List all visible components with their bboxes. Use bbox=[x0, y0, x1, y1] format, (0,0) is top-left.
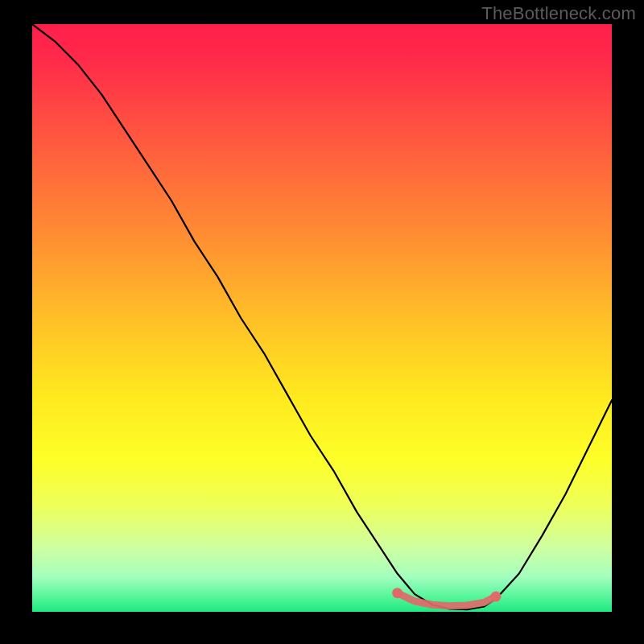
optimal-band-endpoint bbox=[491, 592, 502, 602]
gradient-background bbox=[32, 24, 612, 612]
bottleneck-chart bbox=[32, 24, 612, 612]
chart-frame: TheBottleneck.com bbox=[0, 0, 644, 644]
watermark-text: TheBottleneck.com bbox=[481, 3, 636, 24]
optimal-band-endpoint bbox=[392, 588, 402, 598]
plot-area bbox=[32, 24, 612, 612]
